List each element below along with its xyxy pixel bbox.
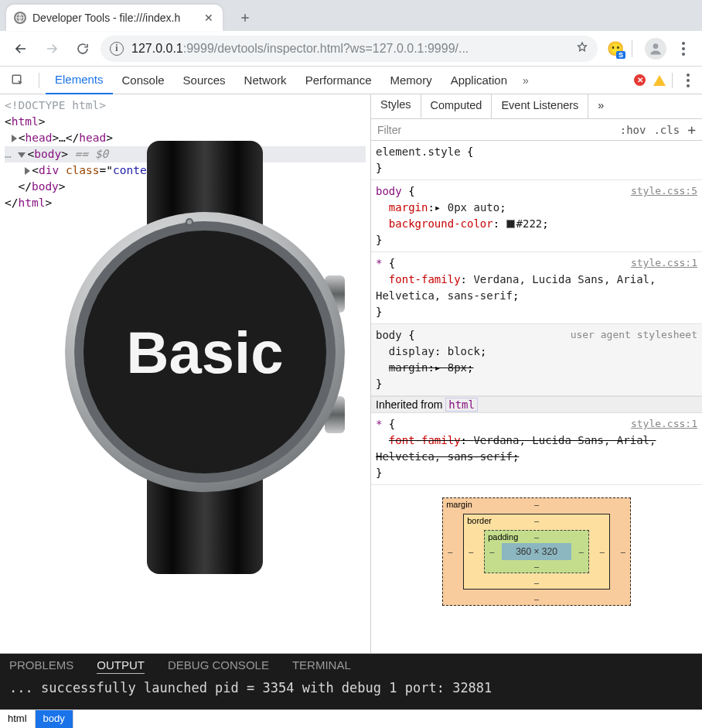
terminal-tab-output[interactable]: OUTPUT [97,658,145,674]
toggle-hov[interactable]: :hov [620,124,646,136]
terminal-panel: PROBLEMS OUTPUT DEBUG CONSOLE TERMINAL .… [0,654,702,709]
box-model-content-size: 360 × 320 [502,543,571,560]
styles-panel: Styles Computed Event Listeners » Filter… [371,94,702,653]
url-text: 127.0.0.1:9999/devtools/inspector.html?w… [131,42,568,56]
new-tab-button[interactable] [233,6,257,29]
rule-body-ua[interactable]: user agent stylesheet body { display: bl… [371,324,702,396]
selected-node-body[interactable]: … <body> == $0 [5,146,366,162]
stylesheet-link[interactable]: style.css:1 [631,255,697,271]
watch-face-text: Basic [83,231,326,473]
toggle-cls[interactable]: .cls [653,124,680,136]
stylesheet-link[interactable]: style.css:1 [631,416,697,432]
dom-tree[interactable]: <!DOCTYPE html> <html> <head>…</head> … … [0,94,370,214]
rule-star[interactable]: style.css:1 * { font-family: Verdana, Lu… [371,252,702,324]
tab-sources[interactable]: Sources [174,67,235,94]
rule-element-style[interactable]: element.style {} [371,141,702,180]
bookmark-star-icon[interactable] [576,41,588,56]
tab-event-listeners[interactable]: Event Listeners [492,94,588,118]
browser-tabstrip: Developer Tools - file:///index.h ✕ [0,0,702,31]
browser-tab[interactable]: Developer Tools - file:///index.h ✕ [6,5,223,31]
extension-icon[interactable]: 😶 S [607,40,624,57]
breadcrumb-item[interactable]: html [0,710,36,728]
chrome-menu-button[interactable] [673,42,694,56]
inherited-from-separator: Inherited from html [371,396,702,413]
ua-stylesheet-label: user agent stylesheet [571,327,697,343]
new-rule-button[interactable]: + [687,121,696,138]
tab-elements[interactable]: Elements [46,67,113,94]
terminal-tab-problems[interactable]: PROBLEMS [9,658,73,674]
reload-button[interactable] [70,36,96,62]
terminal-tab-terminal[interactable]: TERMINAL [292,658,351,674]
forward-button[interactable] [39,36,65,62]
devtools-menu-button[interactable] [680,73,696,87]
stylesheet-link[interactable]: style.css:5 [631,183,697,199]
address-bar[interactable]: i 127.0.0.1:9999/devtools/inspector.html… [101,36,598,62]
error-badge-icon[interactable]: ✕ [634,74,646,86]
styles-filter-input[interactable]: Filter [377,124,401,136]
dom-breadcrumb[interactable]: html body [0,709,702,728]
tabs-overflow-icon[interactable]: » [516,74,535,87]
styles-tabs-overflow-icon[interactable]: » [588,94,613,118]
tab-application[interactable]: Application [441,67,516,94]
doctype-node[interactable]: <!DOCTYPE html> [5,99,106,111]
tab-title: Developer Tools - file:///index.h [32,12,196,24]
breadcrumb-item-selected[interactable]: body [36,710,73,728]
svg-point-1 [653,43,659,49]
tab-styles[interactable]: Styles [371,94,421,118]
back-button[interactable] [8,36,34,62]
site-info-icon[interactable]: i [110,42,124,56]
globe-icon [14,12,26,24]
tab-computed[interactable]: Computed [421,94,492,118]
close-icon[interactable]: ✕ [203,12,215,24]
elements-panel: <!DOCTYPE html> <html> <head>…</head> … … [0,94,371,653]
rule-star-inherited[interactable]: style.css:1 * { font-family: Verdana, Lu… [371,413,702,485]
inspect-element-icon[interactable] [6,69,29,92]
tab-console[interactable]: Console [113,67,174,94]
browser-toolbar: i 127.0.0.1:9999/devtools/inspector.html… [0,31,702,67]
tab-network[interactable]: Network [235,67,296,94]
tab-memory[interactable]: Memory [381,67,441,94]
warning-badge-icon[interactable] [653,75,666,86]
terminal-output-line: ... successfully launched pid = 3354 wit… [9,680,693,696]
box-model-diagram[interactable]: margin –––– border –––– padding –––– 360… [371,485,702,612]
tab-performance[interactable]: Performance [296,67,381,94]
devtools-tabbar: Elements Console Sources Network Perform… [0,67,702,94]
terminal-tab-debug-console[interactable]: DEBUG CONSOLE [168,658,269,674]
profile-avatar[interactable] [645,38,666,60]
rule-body[interactable]: style.css:5 body { margin:▸ 0px auto; ba… [371,180,702,252]
color-swatch-icon[interactable] [506,220,515,228]
